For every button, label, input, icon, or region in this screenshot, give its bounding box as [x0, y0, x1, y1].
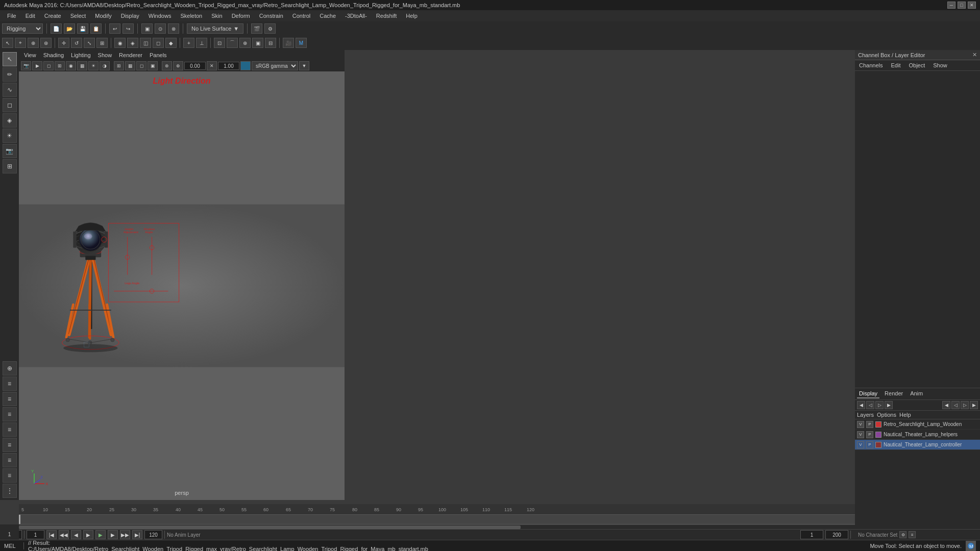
gamma-dropdown[interactable]: sRGB gamma — [252, 61, 298, 70]
redo-btn[interactable]: ↪ — [122, 23, 134, 34]
lattice-btn[interactable]: ◫ — [140, 38, 151, 48]
layer-p-btn-1[interactable]: P — [866, 421, 873, 428]
menu-3dtoall[interactable]: -3DtoAll- — [341, 12, 371, 20]
layer-v-btn-3[interactable]: V — [857, 441, 864, 448]
extra-left-btn4[interactable]: ≡ — [3, 407, 17, 421]
vp-value1-input[interactable] — [184, 62, 206, 70]
vp-btn-light[interactable]: ☀ — [88, 61, 99, 70]
menu-edit[interactable]: Edit — [21, 12, 39, 20]
extra-left-btn1[interactable]: ⊕ — [3, 361, 17, 375]
snap-surface-btn[interactable]: ⊟ — [265, 38, 276, 48]
layer-v-btn-2[interactable]: V — [857, 431, 864, 438]
layer-submenu-options[interactable]: Options — [877, 412, 896, 418]
vp-btn-shadow[interactable]: ◑ — [100, 61, 110, 70]
vp-btn-grid[interactable]: ⊞ — [114, 61, 124, 70]
layer-p-btn-2[interactable]: P — [866, 431, 873, 438]
channel-box-close[interactable]: ✕ — [972, 52, 977, 58]
layer-submenu-help[interactable]: Help — [899, 412, 911, 418]
menu-file[interactable]: File — [3, 12, 20, 20]
close-button[interactable]: ✕ — [968, 2, 976, 9]
vp-menu-panels[interactable]: Panels — [146, 52, 170, 59]
vp-btn-cam[interactable]: 📷 — [21, 61, 31, 70]
poly-mode-btn[interactable]: ◈ — [3, 113, 17, 128]
paint-mode-btn[interactable]: ✏ — [3, 67, 17, 82]
vp-menu-view[interactable]: View — [21, 52, 39, 59]
scale-tool-btn[interactable]: ⤡ — [84, 38, 95, 48]
curve-mode-btn[interactable]: ∿ — [3, 83, 17, 97]
menu-skeleton[interactable]: Skeleton — [176, 12, 206, 20]
paint-btn[interactable]: ⊗ — [168, 23, 179, 34]
lasso-btn[interactable]: ⊙ — [155, 23, 166, 34]
camera-btn[interactable]: 🎥 — [283, 38, 294, 48]
range-start-input[interactable] — [800, 530, 823, 539]
extra-left-btn7[interactable]: ≡ — [3, 453, 17, 467]
vp-menu-renderer[interactable]: Renderer — [116, 52, 145, 59]
end-frame-input[interactable] — [144, 530, 162, 539]
extra-left-btn5[interactable]: ≡ — [3, 422, 17, 437]
mesh-mode-btn[interactable]: ◻ — [3, 98, 17, 112]
menu-control[interactable]: Control — [288, 12, 314, 20]
layer-ctrl-1[interactable]: ◀ — [857, 401, 865, 409]
paint-select-btn[interactable]: ⊕ — [28, 38, 39, 48]
vp-btn-res[interactable]: ▣ — [148, 61, 158, 70]
prev-frame-btn[interactable]: ◀ — [71, 530, 81, 539]
annotation-btn[interactable]: + — [183, 38, 194, 48]
soft-mod-btn[interactable]: ◉ — [114, 38, 126, 48]
menu-help[interactable]: Help — [402, 12, 422, 20]
camera-mode-btn[interactable]: 📷 — [3, 144, 17, 158]
extra-left-btn2[interactable]: ≡ — [3, 377, 17, 391]
cluster-btn[interactable]: ◆ — [165, 38, 177, 48]
layer-ctrl-3[interactable]: ▷ — [875, 401, 884, 409]
vp-btn-aa[interactable]: ⊗ — [162, 61, 172, 70]
wrap-btn[interactable]: ◻ — [153, 38, 164, 48]
char-set-btn2[interactable]: ≡ — [909, 531, 916, 538]
layer-ctrl-5[interactable]: ◀ — [942, 401, 950, 409]
vp-btn-obj[interactable]: ◻ — [43, 61, 54, 70]
select-btn[interactable]: ▣ — [141, 23, 153, 34]
prev-key-btn[interactable]: ◀◀ — [59, 530, 69, 539]
layer-ctrl-8[interactable]: ▶ — [970, 401, 978, 409]
maya-icon-btn[interactable]: M — [296, 38, 307, 48]
deform-mode-btn[interactable]: ⊞ — [3, 159, 17, 173]
save-as-btn[interactable]: 📋 — [90, 23, 102, 34]
snap-grid-btn[interactable]: ⊡ — [214, 38, 225, 48]
layer-tab-display[interactable]: Display — [857, 389, 879, 398]
range-end-input[interactable] — [825, 530, 848, 539]
new-scene-btn[interactable]: 📄 — [51, 23, 62, 34]
light-mode-btn[interactable]: ☀ — [3, 129, 17, 143]
layer-submenu-layers[interactable]: Layers — [857, 412, 874, 418]
menu-skin[interactable]: Skin — [207, 12, 226, 20]
menu-modify[interactable]: Modify — [91, 12, 115, 20]
play-back-btn[interactable]: ▶ — [83, 530, 93, 539]
channel-tab-show[interactable]: Show — [931, 61, 949, 69]
vp-dropdown-arrow[interactable]: ▼ — [299, 61, 309, 70]
rotate-tool-btn[interactable]: ↺ — [71, 38, 82, 48]
layer-ctrl-2[interactable]: ◁ — [866, 401, 874, 409]
vp-btn-mb[interactable]: ⊕ — [173, 61, 183, 70]
layer-tab-anim[interactable]: Anim — [908, 389, 925, 398]
char-set-btn1[interactable]: ⚙ — [899, 531, 906, 538]
vp-btn-render[interactable]: ▶ — [32, 61, 42, 70]
snap-view-btn[interactable]: ▣ — [252, 38, 263, 48]
channel-tab-object[interactable]: Object — [906, 61, 927, 69]
menu-select[interactable]: Select — [66, 12, 90, 20]
menu-windows[interactable]: Windows — [144, 12, 176, 20]
vp-btn-hud[interactable]: ▦ — [125, 61, 135, 70]
next-key-btn[interactable]: ▶▶ — [120, 530, 130, 539]
minimize-button[interactable]: ─ — [947, 2, 955, 9]
maximize-button[interactable]: □ — [958, 2, 966, 9]
layer-tab-render[interactable]: Render — [883, 389, 905, 398]
play-fwd-btn[interactable]: ▶ — [95, 530, 106, 539]
vp-btn-tex[interactable]: ▦ — [77, 61, 87, 70]
menu-create[interactable]: Create — [40, 12, 65, 20]
sculpt-btn[interactable]: ◈ — [127, 38, 138, 48]
menu-redshift[interactable]: Redshift — [372, 12, 401, 20]
timeline-area[interactable] — [19, 514, 855, 524]
render-btn[interactable]: 🎬 — [251, 23, 262, 34]
select-tool-btn[interactable]: ↖ — [2, 38, 13, 48]
menu-cache[interactable]: Cache — [315, 12, 340, 20]
timeline-scrollbar[interactable] — [19, 524, 855, 529]
vp-menu-lighting[interactable]: Lighting — [68, 52, 94, 59]
vp-value2-input[interactable] — [218, 62, 239, 70]
render-settings-btn[interactable]: ⚙ — [264, 23, 276, 34]
